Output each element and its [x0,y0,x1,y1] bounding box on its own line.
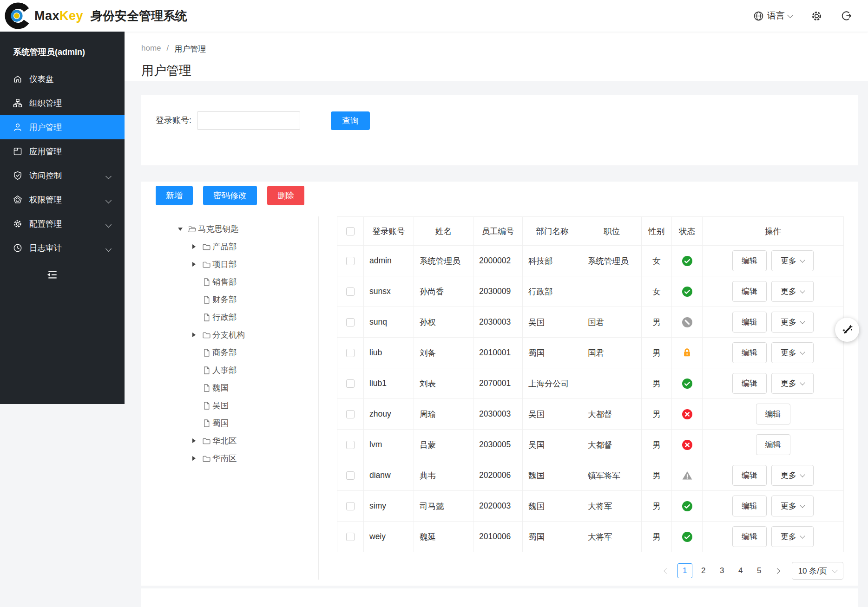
search-button[interactable]: 查询 [331,111,370,130]
caret-down-icon[interactable] [178,228,184,231]
pagination-page-5[interactable]: 5 [752,563,767,578]
actions-column-header: 操作 [703,217,844,246]
more-button[interactable]: 更多 [771,373,814,394]
cell-account: liub1 [364,368,414,399]
cell-select [337,491,364,522]
edit-button[interactable]: 编辑 [732,465,767,486]
chevron-down-icon [105,197,112,203]
edit-button[interactable]: 编辑 [732,312,767,333]
caret-right-icon[interactable] [192,244,198,249]
edit-button[interactable]: 编辑 [756,404,790,424]
breadcrumb-home[interactable]: home [141,44,161,54]
column-header: 员工编号 [473,217,523,246]
more-button[interactable]: 更多 [771,250,814,271]
file-icon [202,278,211,287]
file-icon [202,419,211,428]
cell-employee-no: 2030003 [473,399,523,430]
row-checkbox[interactable] [346,257,355,265]
change-password-button[interactable]: 密码修改 [203,186,257,205]
caret-right-icon[interactable] [192,333,198,337]
tree-node[interactable]: 销售部 [178,273,318,291]
floating-wand-button[interactable] [835,318,859,342]
tree-node[interactable]: 分支机构 [178,326,318,344]
row-checkbox[interactable] [346,287,355,296]
row-checkbox[interactable] [346,502,355,510]
breadcrumb: home / 用户管理 [141,44,868,54]
status-active-icon [682,501,693,512]
table-row: simy司马懿2020003魏国大将军男编辑更多 [337,491,844,522]
cell-status [672,399,703,430]
row-checkbox[interactable] [346,349,355,357]
tree-node[interactable]: 财务部 [178,291,318,308]
edit-button[interactable]: 编辑 [756,434,790,455]
login-account-input[interactable] [197,111,300,130]
status-inactive-icon [682,317,693,328]
settings-button[interactable] [811,10,822,22]
column-header: 状态 [672,217,703,246]
delete-button[interactable]: 删除 [267,186,304,205]
add-button[interactable]: 新增 [156,186,193,205]
brand[interactable]: MaxKey 身份安全管理系统 [5,2,187,29]
pagination-next[interactable] [770,563,784,578]
tree-node[interactable]: 商务部 [178,344,318,361]
tree-node[interactable]: 魏国 [178,379,318,397]
sidebar-item-access-control[interactable]: 访问控制 [0,163,125,188]
tree-node[interactable]: 行政部 [178,308,318,326]
pentagon-icon [13,195,22,204]
tree-node[interactable]: 蜀国 [178,414,318,432]
edit-button[interactable]: 编辑 [732,281,767,302]
sidebar-item-audit[interactable]: 日志审计 [0,236,125,260]
pagination-page-2[interactable]: 2 [696,563,711,578]
edit-button[interactable]: 编辑 [732,342,767,363]
breadcrumb-current: 用户管理 [174,44,206,54]
more-button[interactable]: 更多 [771,342,814,363]
sidebar-item-configuration[interactable]: 配置管理 [0,212,125,236]
pagination-page-4[interactable]: 4 [733,563,748,578]
language-switcher[interactable]: 语言 [753,10,792,22]
caret-right-icon[interactable] [192,456,198,461]
sidebar-item-applications[interactable]: 应用管理 [0,139,125,163]
tree-node[interactable]: 华北区 [178,432,318,450]
sidebar-item-permissions[interactable]: 权限管理 [0,188,125,212]
sidebar-collapse-button[interactable] [46,268,59,283]
column-header: 登录账号 [364,217,414,246]
chevron-down-icon [800,257,805,262]
pagination-page-1[interactable]: 1 [677,563,692,578]
cell-actions: 编辑更多 [703,491,844,522]
row-checkbox[interactable] [346,471,355,480]
users-panel: 新增 密码修改 删除 马克思钥匙产品部项目部销售部财务部行政部分支机构商务部人事… [141,182,858,586]
edit-button[interactable]: 编辑 [732,496,767,516]
select-all-checkbox[interactable] [346,227,355,235]
row-checkbox[interactable] [346,410,355,418]
tree-node[interactable]: 吴国 [178,397,318,414]
tree-node[interactable]: 人事部 [178,361,318,379]
pagination-prev[interactable] [660,563,674,578]
table-row: lvm吕蒙2030005吴国大都督男编辑 [337,430,844,460]
logout-button[interactable] [841,10,852,21]
sidebar-item-organizations[interactable]: 组织管理 [0,91,125,115]
row-checkbox[interactable] [346,318,355,326]
edit-button[interactable]: 编辑 [732,373,767,394]
tree-node[interactable]: 产品部 [178,238,318,255]
tree-node[interactable]: 华南区 [178,450,318,467]
edit-button[interactable]: 编辑 [732,250,767,271]
sidebar-item-dashboard[interactable]: 仪表盘 [0,67,125,91]
edit-button[interactable]: 编辑 [732,526,767,547]
cell-employee-no: 2000002 [473,246,523,276]
sidebar-item-users[interactable]: 用户管理 [0,115,125,139]
more-button[interactable]: 更多 [771,312,814,333]
more-button[interactable]: 更多 [771,496,814,516]
tree-node[interactable]: 项目部 [178,255,318,273]
more-button[interactable]: 更多 [771,465,814,486]
pagination-page-3[interactable]: 3 [715,563,730,578]
caret-right-icon[interactable] [192,438,198,443]
cell-department: 魏国 [523,491,582,522]
row-checkbox[interactable] [346,441,355,449]
row-checkbox[interactable] [346,533,355,541]
page-size-select[interactable]: 10 条/页 [792,562,843,580]
more-button[interactable]: 更多 [771,281,814,302]
tree-node[interactable]: 马克思钥匙 [178,220,318,238]
caret-right-icon[interactable] [192,262,198,267]
row-checkbox[interactable] [346,379,355,388]
more-button[interactable]: 更多 [771,526,814,547]
